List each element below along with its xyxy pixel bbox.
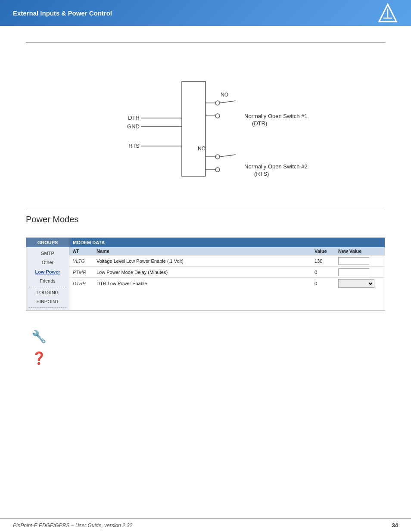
table-body: SMTP Other Low Power Friends LOGGING PIN… [26,247,385,310]
group-item-pinpoint[interactable]: PINPOINT [26,297,69,306]
row-newvalue-ptmr[interactable] [338,268,381,276]
icons-area: 🔧 ❓ [26,324,385,375]
table-row: PTMR Low Power Mode Delay (Minutes) 0 [69,267,385,278]
rts-label: RTS [128,143,140,149]
question-icon: ❓ [30,349,47,367]
no2-label: NO [198,146,206,152]
table-row: DTRP DTR Low Power Enable 0 [69,278,385,289]
table-row: VLTG Voltage Level Low Power Enable (.1 … [69,255,385,267]
footer-page-number: 34 [392,522,398,529]
svg-point-13 [215,155,220,159]
new-value-input-vltg[interactable] [338,257,369,265]
row-name-dtrp: DTR Low Power Enable [97,281,314,286]
modem-data-column-header: MODEM DATA [69,238,385,247]
svg-line-11 [220,101,236,103]
no1-label: NO [221,92,228,98]
header-title: External Inputs & Power Control [13,9,112,17]
row-name-ptmr: Low Power Mode Delay (Minutes) [97,270,314,275]
group-divider-2 [29,307,66,308]
row-name-vltg: Voltage Level Low Power Enable (.1 Volt) [97,258,314,264]
svg-point-8 [215,101,220,105]
row-newvalue-dtrp[interactable] [338,279,381,288]
row-value-dtrp: 0 [314,281,338,286]
gnd-label: GND [127,123,140,130]
row-value-ptmr: 0 [314,270,338,275]
switch2-label: Normally Open Switch #2 [244,163,308,170]
row-at-ptmr: PTMR [73,270,97,275]
dtr-label: DTR [128,115,140,121]
page-header: External Inputs & Power Control [0,0,411,26]
table-header: GROUPS MODEM DATA [26,238,385,247]
top-rule [26,42,385,43]
page-footer: PinPoint-E EDGE/GPRS – User Guide, versi… [0,518,411,532]
group-item-logging[interactable]: LOGGING [26,288,69,297]
svg-rect-3 [182,81,206,176]
col-header-value: Value [314,249,338,254]
circuit-diagram: DTR GND RTS NO Normally Open Switch #1 (… [26,47,385,202]
row-at-vltg: VLTG [73,258,97,264]
switch1-label: Normally Open Switch #1 [244,113,308,119]
modem-subheader-row: AT Name Value New Value [69,247,385,255]
row-newvalue-vltg[interactable] [338,257,381,265]
footer-text: PinPoint-E EDGE/GPRS – User Guide, versi… [13,523,132,529]
group-item-smtp[interactable]: SMTP [26,249,69,258]
circuit-diagram-svg: DTR GND RTS NO Normally Open Switch #1 (… [98,56,313,189]
mid-rule [26,210,385,210]
wrench-icon: 🔧 [30,328,47,345]
groups-column: SMTP Other Low Power Friends LOGGING PIN… [26,247,69,310]
group-item-lowpower[interactable]: Low Power [26,268,69,277]
col-header-at: AT [73,249,97,254]
group-item-other[interactable]: Other [26,258,69,267]
col-header-newvalue: New Value [338,249,381,254]
airlink-logo-icon [377,3,398,23]
svg-line-16 [220,155,236,157]
group-item-friends[interactable]: Friends [26,277,69,286]
row-value-vltg: 130 [314,258,338,264]
new-value-input-ptmr[interactable] [338,268,369,276]
switch2-sub-label: (RTS) [254,171,269,177]
svg-point-15 [215,168,220,172]
modem-data-column: AT Name Value New Value VLTG Voltage Lev… [69,247,385,310]
row-at-dtrp: DTRP [73,281,97,286]
col-header-name: Name [97,249,314,254]
groups-column-header: GROUPS [26,238,69,247]
new-value-select-dtrp[interactable] [338,279,374,288]
svg-point-10 [215,114,220,118]
modem-data-table: GROUPS MODEM DATA SMTP Other Low Power F… [26,237,385,311]
group-divider-1 [29,287,66,287]
power-modes-heading: Power Modes [26,215,385,224]
switch1-sub-label: (DTR) [252,120,267,127]
page-content: DTR GND RTS NO Normally Open Switch #1 (… [0,26,411,410]
